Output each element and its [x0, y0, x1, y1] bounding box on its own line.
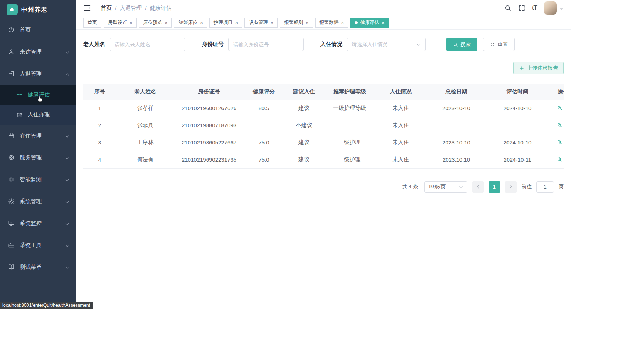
pagination: 共 4 条 10条/页 1 前往 页 — [83, 181, 564, 193]
table-cell — [324, 117, 375, 134]
tab-device-management[interactable]: 设备管理× — [244, 18, 278, 28]
checkin-status-select[interactable]: 请选择入住情况 — [347, 38, 426, 51]
view-action[interactable]: 查 — [557, 122, 564, 128]
prev-page-button[interactable] — [472, 181, 484, 193]
sidebar-item-test-menu[interactable]: 测试菜单 — [0, 256, 76, 278]
chevron-down-icon — [65, 243, 69, 247]
topbar-actions: tT — [504, 1, 564, 15]
sidebar-item-service-management[interactable]: 服务管理 — [0, 147, 76, 169]
close-icon[interactable]: × — [306, 20, 309, 25]
breadcrumb: 首页 / 入退管理 / 健康评估 — [101, 5, 171, 12]
column-header: 操作 — [548, 84, 564, 100]
table-cell: 何法有 — [116, 151, 174, 168]
page-1-button[interactable]: 1 — [489, 181, 500, 193]
logo-icon — [7, 4, 18, 15]
avatar[interactable] — [544, 1, 557, 15]
sidebar-item-home[interactable]: 首页 — [0, 19, 76, 41]
breadcrumb-separator: / — [145, 5, 146, 11]
table-row: 4何法有21010219690223173575.0建议一级护理未入住2023.… — [83, 151, 564, 168]
app-title: 中州养老 — [21, 5, 47, 14]
close-icon[interactable]: × — [165, 20, 168, 25]
table-cell: 210102198605227667 — [174, 134, 244, 151]
sidebar-item-label: 系统工具 — [20, 242, 65, 249]
sidebar-item-system-monitoring[interactable]: 系统监控 — [0, 212, 76, 234]
sidebar-item-label: 入住办理 — [28, 111, 76, 118]
breadcrumb-home[interactable]: 首页 — [101, 5, 112, 12]
fullscreen-icon[interactable] — [518, 4, 525, 12]
sidebar: 中州养老 首页来访管理入退管理健康评估入住办理在住管理服务管理智能监测系统管理系… — [0, 0, 76, 309]
table-cell: 未入住 — [375, 151, 426, 168]
sidebar-item-residence-management[interactable]: 在住管理 — [0, 125, 76, 147]
tab-label: 床位预览 — [143, 19, 162, 26]
search-button-label: 搜索 — [460, 41, 471, 48]
tab-smart-bed[interactable]: 智能床位× — [174, 18, 207, 28]
tab-bed-preview[interactable]: 床位预览× — [139, 18, 172, 28]
sidebar-item-checkin-processing[interactable]: 入住办理 — [0, 105, 76, 125]
sidebar-item-label: 系统监控 — [20, 220, 65, 227]
sidebar-item-label: 系统管理 — [20, 198, 65, 205]
health-assessment-icon — [16, 92, 23, 98]
goto-page-input[interactable] — [536, 181, 554, 193]
sidebar-item-visit-management[interactable]: 来访管理 — [0, 41, 76, 63]
font-size-icon[interactable]: tT — [532, 4, 537, 12]
mouse-cursor — [36, 95, 44, 103]
tab-health-assessment[interactable]: 健康评估× — [350, 18, 389, 28]
sidebar-item-enter-exit-management[interactable]: 入退管理 — [0, 63, 76, 85]
upload-report-button[interactable]: 上传体检报告 — [513, 62, 564, 74]
name-filter-input[interactable] — [110, 38, 185, 51]
sidebar-item-health-assessment[interactable]: 健康评估 — [0, 85, 76, 105]
table-cell: 2023.10.10 — [426, 151, 486, 168]
service-icon — [8, 154, 15, 161]
view-action[interactable]: 查 — [557, 104, 564, 111]
table-cell — [426, 117, 486, 134]
table-row: 2张菲具210102198807187093不建议未入住查 — [83, 117, 564, 134]
name-filter-label: 老人姓名 — [83, 41, 105, 48]
view-action[interactable]: 查 — [557, 139, 564, 146]
monitor-check-icon — [8, 220, 15, 227]
idcard-filter-input[interactable] — [228, 38, 304, 51]
close-icon[interactable]: × — [235, 20, 238, 25]
breadcrumb-health-assessment[interactable]: 健康评估 — [150, 5, 171, 12]
next-page-button[interactable] — [505, 181, 517, 193]
close-icon[interactable]: × — [270, 20, 273, 25]
sidebar-item-smart-monitoring[interactable]: 智能监测 — [0, 169, 76, 190]
tabs-bar: 首页房型设置×床位预览×智能床位×护理项目×设备管理×报警规则×报警数据×健康评… — [76, 16, 571, 30]
tab-room-type[interactable]: 房型设置× — [104, 18, 137, 28]
tab-label: 智能床位 — [178, 19, 197, 26]
close-icon[interactable]: × — [341, 20, 344, 25]
close-icon[interactable]: × — [382, 20, 385, 25]
search-button[interactable]: 搜索 — [446, 38, 477, 51]
page-size-select[interactable]: 10条/页 — [424, 181, 467, 193]
toolbox-icon — [8, 242, 15, 248]
calendar-icon — [8, 132, 15, 139]
tab-care-items[interactable]: 护理项目× — [209, 18, 243, 28]
sidebar-item-label: 入退管理 — [20, 70, 65, 77]
sidebar-item-system-tools[interactable]: 系统工具 — [0, 234, 76, 256]
table-cell: 一级护理 — [324, 151, 375, 168]
caret-down-icon[interactable] — [560, 6, 564, 10]
close-icon[interactable]: × — [200, 20, 203, 25]
user-menu[interactable] — [544, 1, 564, 15]
tab-home[interactable]: 首页 — [83, 18, 101, 28]
checkin-filter-label: 入住情况 — [320, 41, 342, 48]
sidebar-item-system-management[interactable]: 系统管理 — [0, 190, 76, 212]
table-body: 1张孝祥21010219600126762680.5建议一级护理等级未入住202… — [83, 100, 564, 168]
breadcrumb-enter-exit[interactable]: 入退管理 — [120, 5, 142, 12]
dashboard-icon — [8, 27, 15, 33]
tab-alarm-data[interactable]: 报警数据× — [315, 18, 348, 28]
idcard-filter-label: 身份证号 — [202, 41, 224, 48]
sidebar-collapse-icon[interactable] — [83, 4, 91, 12]
close-icon[interactable]: × — [130, 20, 132, 25]
book-icon — [8, 264, 15, 270]
view-action[interactable]: 查 — [557, 156, 564, 163]
search-icon[interactable] — [504, 4, 512, 12]
compress-icon — [8, 176, 15, 183]
chevron-down-icon — [459, 185, 463, 189]
tab-alarm-rules[interactable]: 报警规则× — [280, 18, 313, 28]
tab-label: 首页 — [88, 19, 97, 26]
active-tab-dot — [355, 21, 358, 24]
action-cell: 查 — [548, 151, 564, 168]
enter-exit-icon — [8, 70, 15, 77]
table-cell: 3 — [83, 134, 116, 151]
reset-button[interactable]: 重置 — [483, 38, 515, 51]
